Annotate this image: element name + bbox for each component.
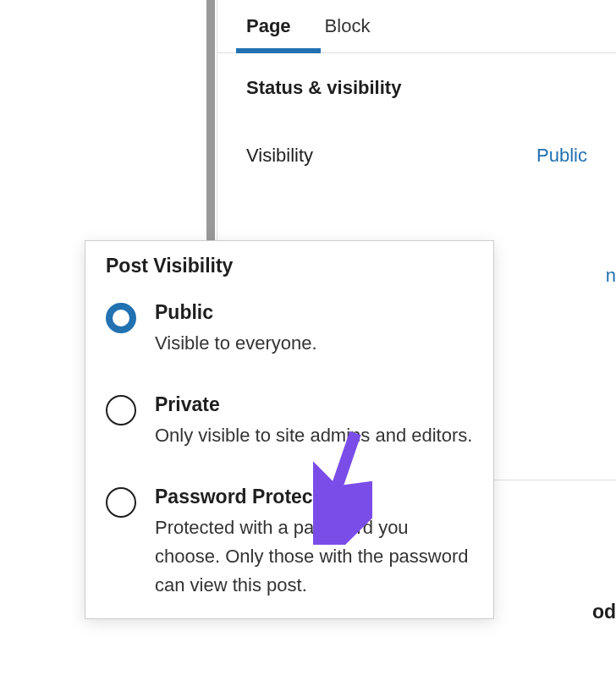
- radio-content: Private Only visible to site admins and …: [155, 393, 473, 450]
- post-visibility-popover: Post Visibility Public Visible to everyo…: [85, 240, 494, 619]
- radio-password[interactable]: [106, 487, 136, 518]
- radio-desc-password: Protected with a password you choose. On…: [155, 513, 473, 600]
- visibility-label: Visibility: [246, 145, 313, 167]
- left-divider: [206, 0, 215, 242]
- visibility-row: Visibility Public: [217, 114, 616, 175]
- popover-title: Post Visibility: [106, 255, 473, 277]
- radio-public[interactable]: [106, 303, 136, 333]
- visibility-option-private[interactable]: Private Only visible to site admins and …: [106, 393, 473, 450]
- radio-content: Public Visible to everyone.: [155, 301, 473, 358]
- partial-text-fragment: od: [592, 601, 616, 623]
- visibility-option-password[interactable]: Password Protected Protected with a pass…: [106, 486, 473, 600]
- radio-label-private: Private: [155, 393, 473, 416]
- partial-link-fragment: n: [606, 265, 616, 287]
- sidebar-tabs: Page Block: [217, 0, 616, 53]
- radio-private[interactable]: [106, 395, 136, 425]
- tab-underline: [236, 48, 321, 53]
- radio-label-public: Public: [155, 301, 473, 324]
- radio-label-password: Password Protected: [155, 486, 473, 508]
- radio-content: Password Protected Protected with a pass…: [155, 486, 473, 600]
- radio-desc-public: Visible to everyone.: [155, 329, 473, 358]
- radio-desc-private: Only visible to site admins and editors.: [155, 421, 473, 450]
- tab-page[interactable]: Page: [246, 15, 291, 52]
- section-title-status-visibility[interactable]: Status & visibility: [217, 53, 616, 114]
- tab-block[interactable]: Block: [325, 15, 371, 52]
- visibility-option-public[interactable]: Public Visible to everyone.: [106, 301, 473, 358]
- visibility-value-link[interactable]: Public: [536, 145, 587, 167]
